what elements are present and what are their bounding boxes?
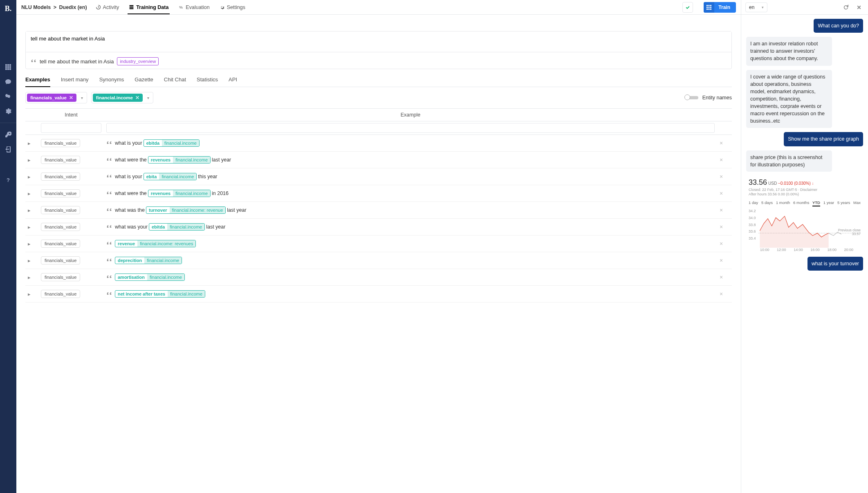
breadcrumb-root[interactable]: NLU Models [21,4,51,10]
example-post-text: this year [198,174,217,179]
expand-row-icon[interactable]: ▸ [28,191,31,197]
entity-token[interactable]: amortisationfinancial.income [115,273,185,281]
intent-badge[interactable]: financials_value [41,256,80,264]
delete-row-icon[interactable]: × [720,291,723,297]
stab-statistics[interactable]: Statistics [197,76,218,83]
range-tab[interactable]: YTD [812,200,820,206]
expand-row-icon[interactable]: ▸ [28,208,31,213]
svg-rect-12 [130,8,134,9]
example-post-text: in 2016 [212,190,229,196]
entity-token[interactable]: ebitdafinancial.income [144,139,200,147]
chart-range-tabs: 1 day5 days1 month6 monthsYTD1 year5 yea… [749,200,861,206]
delete-row-icon[interactable]: × [720,240,723,247]
intent-filter-dropdown[interactable]: financials_value ✕ ▾ [25,92,87,103]
delete-row-icon[interactable]: × [720,190,723,197]
tab-training-data[interactable]: Training Data [128,4,170,14]
rail-settings-icon[interactable] [0,104,16,119]
entity-token[interactable]: deprecitionfinancial.income [115,257,182,264]
user-message: What can you do? [814,19,863,33]
range-tab[interactable]: 5 days [761,200,773,206]
table-row: ▸financials_valuewhat is your ebitafinan… [25,168,732,185]
table-row: ▸financials_valuewhat was the turnoverfi… [25,202,732,219]
svg-rect-8 [9,68,11,70]
tab-evaluation[interactable]: % Evaluation [177,4,211,10]
remove-entity-chip-icon[interactable]: ✕ [135,95,139,101]
tab-activity[interactable]: Activity [94,4,121,10]
svg-rect-21 [709,9,710,10]
entity-token[interactable]: revenuefinancial.income: revenues [115,240,196,247]
stab-gazette[interactable]: Gazette [135,76,153,83]
delete-row-icon[interactable]: × [720,274,723,280]
entity-filter-dropdown[interactable]: financial.income ✕ ▾ [91,92,153,103]
svg-rect-6 [5,68,7,70]
rail-chat-icon[interactable] [0,74,16,89]
entity-token[interactable]: revenuesfinancial.income [148,156,211,164]
intent-badge[interactable]: financials_value [41,139,80,147]
intent-badge[interactable]: financials_value [41,273,80,281]
delete-row-icon[interactable]: × [720,173,723,180]
down-arrow-icon: ↓ [812,181,814,186]
intent-badge[interactable]: financials_value [41,189,80,197]
train-button[interactable]: Train [704,2,736,13]
expand-row-icon[interactable]: ▸ [28,275,31,280]
chevron-down-icon[interactable]: ▾ [144,96,153,100]
rail-help-icon[interactable]: ? [0,173,16,188]
utterance-entity-tag[interactable]: industry_overview [117,57,159,65]
delete-row-icon[interactable]: × [720,224,723,230]
stab-chitchat[interactable]: Chit Chat [164,76,186,83]
stab-synonyms[interactable]: Synonyms [99,76,124,83]
entity-names-toggle[interactable] [685,96,698,99]
lang-dropdown[interactable]: en ▾ [745,2,767,12]
range-tab[interactable]: Max [853,200,861,206]
utterance-editor: tell me about the market in Asia industr… [25,31,732,69]
delete-row-icon[interactable]: × [720,257,723,264]
share-price-chart: 33.56USD −0.0100 (0.030%) ↓Closed: 22 Fe… [746,176,863,253]
rail-grid-icon[interactable] [0,60,16,74]
entity-token[interactable]: turnoverfinancial.income: revenue [146,206,226,214]
intent-filter-input[interactable] [41,123,101,133]
breadcrumb-model[interactable]: Duedix (en) [59,4,87,10]
chevron-down-icon[interactable]: ▾ [78,96,87,100]
intent-badge[interactable]: financials_value [41,206,80,214]
expand-row-icon[interactable]: ▸ [28,157,31,163]
expand-row-icon[interactable]: ▸ [28,291,31,297]
intent-badge[interactable]: financials_value [41,156,80,164]
stab-insert-many[interactable]: Insert many [61,76,89,83]
entity-token[interactable]: ebitafinancial.income [144,173,197,180]
range-tab[interactable]: 1 day [749,200,758,206]
entity-token[interactable]: revenuesfinancial.income [148,190,211,197]
entity-token[interactable]: net income after taxesfinancial.income [115,290,205,298]
delete-row-icon[interactable]: × [720,207,723,213]
rail-key-icon[interactable] [0,127,16,142]
example-filter-input[interactable] [106,123,715,133]
range-tab[interactable]: 6 months [793,200,809,206]
stab-api[interactable]: API [229,76,237,83]
expand-row-icon[interactable]: ▸ [28,224,31,230]
intent-badge[interactable]: financials_value [41,223,80,231]
intent-badge[interactable]: financials_value [41,173,80,181]
svg-rect-3 [5,66,7,68]
svg-rect-2 [9,64,11,66]
rail-logout-icon[interactable] [0,142,16,157]
intent-badge[interactable]: financials_value [41,240,80,248]
range-tab[interactable]: 1 month [776,200,790,206]
delete-row-icon[interactable]: × [720,140,723,146]
example-post-text: last year [212,157,231,163]
range-tab[interactable]: 5 years [837,200,850,206]
expand-row-icon[interactable]: ▸ [28,241,31,247]
range-tab[interactable]: 1 year [823,200,834,206]
expand-row-icon[interactable]: ▸ [28,258,31,264]
expand-row-icon[interactable]: ▸ [28,141,31,146]
entity-token[interactable]: ebitdafinancial.income [149,223,205,231]
tab-settings[interactable]: Settings [218,4,247,10]
close-icon[interactable] [854,2,864,12]
remove-intent-chip-icon[interactable]: ✕ [69,95,73,101]
delete-row-icon[interactable]: × [720,157,723,163]
expand-row-icon[interactable]: ▸ [28,174,31,180]
status-check-icon[interactable] [682,2,693,13]
intent-badge[interactable]: financials_value [41,290,80,298]
utterance-textarea[interactable] [26,31,731,52]
refresh-icon[interactable] [841,2,851,12]
stab-examples[interactable]: Examples [25,76,50,87]
rail-conversations-icon[interactable] [0,89,16,104]
